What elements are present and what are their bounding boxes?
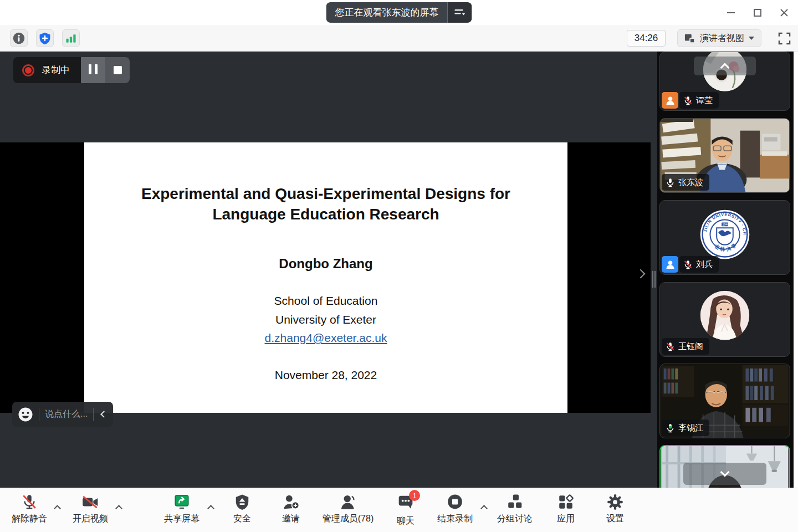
chevron-up-icon <box>720 63 730 73</box>
participant-name: 刘兵 <box>696 259 713 270</box>
view-options-button[interactable] <box>448 2 472 23</box>
invite-person-icon <box>283 494 299 510</box>
participant-badge-icon <box>662 92 678 109</box>
stop-recording-button[interactable] <box>105 57 130 83</box>
signal-bars-icon <box>64 32 78 45</box>
close-button[interactable] <box>775 3 794 22</box>
chat-label: 聊天 <box>397 515 415 527</box>
participant-tile-active[interactable] <box>659 445 790 488</box>
mic-muted-icon <box>666 342 675 351</box>
chat-unread-badge: 1 <box>409 490 420 501</box>
fullscreen-button[interactable] <box>776 29 793 47</box>
audio-options-chevron[interactable] <box>54 505 61 512</box>
start-video-button[interactable]: 开启视频 <box>73 494 108 525</box>
manage-participants-label: 管理成员(78) <box>323 513 374 525</box>
participants-icon <box>340 494 356 510</box>
shared-screen-area: Experimental and Quasi-Experimental Desi… <box>0 52 651 488</box>
view-mode-button[interactable]: 演讲者视图 <box>677 29 761 47</box>
participant-tile[interactable]: 谭莹 <box>659 52 790 111</box>
meeting-timer: 34:26 <box>627 30 666 47</box>
chat-input-placeholder[interactable]: 说点什么... <box>45 408 88 420</box>
start-video-label: 开启视频 <box>73 513 108 525</box>
mic-on-icon <box>666 178 675 187</box>
share-options-chevron[interactable] <box>207 505 214 512</box>
breakout-rooms-button[interactable]: 分组讨论 <box>497 494 533 525</box>
participant-tile[interactable]: JILIN UNIVERSITY · CHINA 吉林大学 1946 <box>659 200 790 275</box>
security-label: 安全 <box>233 513 251 525</box>
divider <box>39 408 39 421</box>
unmute-label: 解除静音 <box>12 513 47 525</box>
presentation-band: Experimental and Quasi-Experimental Desi… <box>0 142 651 413</box>
shield-plus-icon <box>38 32 52 45</box>
chevron-down-icon <box>749 37 754 40</box>
collapse-chat-icon[interactable] <box>100 411 108 418</box>
security-button[interactable]: 安全 <box>233 494 251 525</box>
apps-button[interactable]: 应用 <box>557 494 575 525</box>
slide-date: November 28, 2022 <box>84 369 567 382</box>
scroll-participants-down-button[interactable] <box>683 463 766 485</box>
window-titlebar: 您正在观看张东波的屏幕 <box>0 0 798 25</box>
security-shield-icon <box>234 494 250 510</box>
participant-tile[interactable]: 李锡江 <box>659 364 790 438</box>
slide-affiliation-1: School of Education <box>84 294 567 308</box>
participant-tile[interactable]: 张东波 <box>659 118 790 193</box>
mic-muted-icon <box>21 494 38 510</box>
camera-off-icon <box>81 494 99 510</box>
network-quality-button[interactable] <box>62 29 80 47</box>
recording-options-chevron[interactable] <box>480 505 488 512</box>
stop-recording-label: 结束录制 <box>437 513 473 525</box>
slide-title: Experimental and Quasi-Experimental Desi… <box>84 183 567 224</box>
pause-icon <box>87 64 99 76</box>
stop-record-icon <box>447 494 463 510</box>
participant-name: 王钰阁 <box>678 341 703 352</box>
unmute-button[interactable]: 解除静音 <box>12 494 47 525</box>
list-options-icon <box>454 8 466 18</box>
divider <box>93 408 94 421</box>
chat-button[interactable]: 1 聊天 <box>397 494 415 527</box>
minimize-button[interactable] <box>722 3 740 22</box>
share-screen-label: 共享屏幕 <box>164 513 200 525</box>
apps-label: 应用 <box>557 513 575 525</box>
emoji-icon[interactable] <box>18 407 33 422</box>
view-mode-label: 演讲者视图 <box>700 33 744 44</box>
settings-gear-icon <box>607 494 623 510</box>
apps-icon <box>557 494 574 510</box>
maximize-icon <box>753 8 762 17</box>
presentation-slide: Experimental and Quasi-Experimental Desi… <box>84 142 567 413</box>
slide-email: d.zhang4@exeter.ac.uk <box>84 331 567 345</box>
meeting-topbar: 34:26 演讲者视图 <box>0 25 798 52</box>
participant-name: 谭莹 <box>696 95 713 106</box>
info-icon <box>12 32 25 45</box>
share-screen-button[interactable]: 共享屏幕 <box>164 494 200 525</box>
viewing-banner-text: 您正在观看张东波的屏幕 <box>326 2 448 23</box>
close-icon <box>780 8 789 17</box>
maximize-button[interactable] <box>748 3 767 22</box>
invite-button[interactable]: 邀请 <box>282 494 300 525</box>
layout-icon <box>684 33 695 44</box>
panel-resize-handle[interactable] <box>651 52 657 488</box>
stop-icon <box>114 66 122 74</box>
svg-text:1946: 1946 <box>723 223 729 226</box>
participant-tile[interactable]: 王钰阁 <box>659 282 790 357</box>
meeting-info-button[interactable] <box>10 29 28 47</box>
settings-label: 设置 <box>606 513 624 525</box>
video-options-chevron[interactable] <box>115 505 122 512</box>
participant-name: 李锡江 <box>678 423 703 433</box>
breakout-rooms-label: 分组讨论 <box>497 513 533 525</box>
stop-recording-toolbar-button[interactable]: 结束录制 <box>437 494 473 525</box>
participant-badge-icon <box>662 256 678 273</box>
participant-name: 张东波 <box>678 177 703 188</box>
meeting-toolbar: 解除静音 开启视频 共享屏幕 安全 <box>0 488 798 532</box>
breakout-rooms-icon <box>507 494 523 510</box>
settings-button[interactable]: 设置 <box>606 494 624 525</box>
collapse-videos-button[interactable] <box>694 57 756 75</box>
invite-label: 邀请 <box>282 513 300 525</box>
recording-indicator: 录制中 <box>13 57 130 83</box>
pause-recording-button[interactable] <box>81 57 105 83</box>
mic-muted-icon <box>683 260 693 269</box>
recording-dot-icon <box>22 64 34 76</box>
manage-participants-button[interactable]: 管理成员(78) <box>323 494 374 525</box>
chevron-down-icon <box>720 468 730 477</box>
viewing-banner: 您正在观看张东波的屏幕 <box>326 2 472 23</box>
security-shield-button[interactable] <box>36 29 54 47</box>
